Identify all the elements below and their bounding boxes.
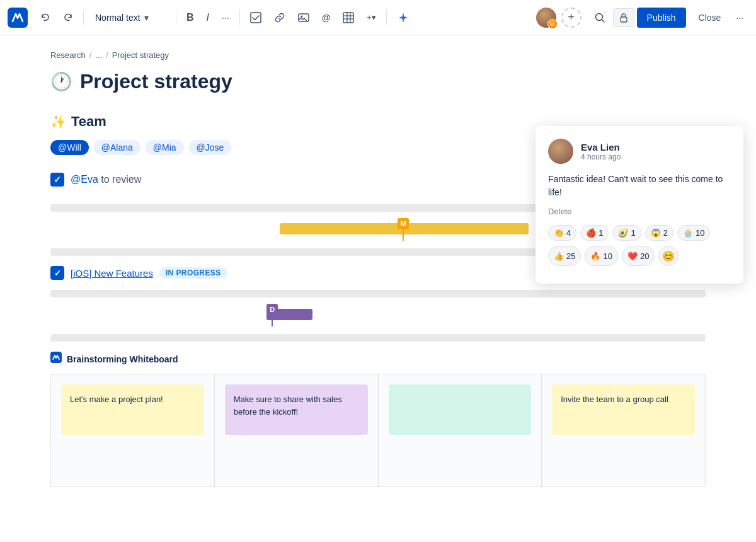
ai-button[interactable]	[392, 8, 415, 28]
page-title-area: 🕐 Project strategy	[50, 70, 706, 93]
reaction-shock[interactable]: 😱 2	[645, 225, 673, 241]
sticky-note-1[interactable]: Let's make a project plan!	[61, 384, 204, 435]
task-checkbox[interactable]	[50, 173, 64, 187]
sticky-note-3[interactable]	[389, 384, 532, 435]
mention-will[interactable]: @Will	[50, 140, 89, 155]
gantt-marker-m: M	[398, 218, 409, 241]
comment-user-info: Eva Lien 4 hours ago	[581, 142, 621, 161]
sticky-note-4[interactable]: Invite the team to a group call	[552, 384, 695, 435]
mention-alana[interactable]: @Alana	[94, 140, 140, 155]
page-title-icon: 🕐	[50, 71, 72, 92]
more-text-options-button[interactable]: ···	[217, 9, 234, 26]
toolbar-divider-1	[83, 10, 84, 25]
apple-count: 1	[598, 228, 603, 238]
apple-emoji: 🍎	[586, 228, 596, 238]
emoji-picker-icon: 😊	[662, 250, 675, 262]
app-logo[interactable]	[8, 8, 28, 28]
italic-button[interactable]: I	[202, 8, 214, 27]
breadcrumb-ellipsis[interactable]: ...	[95, 50, 102, 60]
heart-count: 20	[640, 251, 649, 261]
add-collaborator-button[interactable]: +	[561, 8, 581, 28]
breadcrumb-sep-1: /	[89, 50, 92, 60]
image-button[interactable]	[293, 8, 314, 27]
thumbsup-count: 25	[566, 251, 575, 261]
reaction-fire[interactable]: 🔥 10	[585, 246, 617, 266]
add-reaction-button[interactable]: 😊	[658, 246, 679, 266]
gantt-row-5	[50, 334, 706, 342]
more-options-button[interactable]: ···	[731, 9, 748, 26]
commenter-avatar	[548, 139, 573, 164]
mention-mia[interactable]: @Mia	[146, 140, 184, 155]
marker-m-label: M	[398, 218, 409, 229]
breadcrumb: Research / ... / Project strategy	[50, 35, 706, 70]
reaction-heart[interactable]: ❤️ 20	[622, 246, 655, 266]
close-button[interactable]: Close	[691, 8, 729, 28]
reaction-cupcake[interactable]: 🧁 10	[677, 225, 710, 241]
comment-popup: Eva Lien 4 hours ago Fantastic idea! Can…	[536, 126, 743, 284]
feature-status-badge: IN PROGRESS	[159, 267, 227, 279]
toolbar-divider-3	[239, 10, 240, 25]
page-title[interactable]: Project strategy	[80, 70, 232, 93]
whiteboard-logo-icon	[50, 352, 62, 366]
gantt-marker-d: D	[266, 304, 278, 326]
reaction-avocado[interactable]: 🥑 1	[612, 225, 641, 241]
link-button[interactable]	[269, 8, 290, 27]
sparkle-icon: ✨	[50, 114, 66, 129]
gantt-bar-row-2: D	[50, 304, 706, 329]
current-user-avatar: G	[536, 8, 556, 28]
task-mention[interactable]: @Eva	[71, 174, 98, 185]
commenter-avatar-image	[548, 139, 573, 164]
clap-count: 4	[566, 228, 571, 238]
comment-body: Fantastic idea! Can't wait to see this c…	[548, 173, 731, 199]
insert-button[interactable]: +▾	[362, 9, 381, 26]
reactions-row-2: 👍 25 🔥 10 ❤️ 20 😊	[548, 246, 731, 266]
task-button[interactable]	[245, 8, 266, 27]
breadcrumb-research[interactable]: Research	[50, 50, 86, 60]
marker-m-line	[403, 229, 404, 241]
gantt-row-4	[50, 290, 706, 297]
table-button[interactable]	[338, 8, 359, 27]
avocado-emoji: 🥑	[618, 228, 628, 238]
restrictions-button[interactable]	[613, 8, 634, 27]
undo-button[interactable]	[35, 9, 55, 26]
whiteboard-header: Brainstorming Whiteboard	[50, 352, 706, 366]
close-label: Close	[699, 13, 721, 23]
mention-button[interactable]: @	[317, 9, 336, 26]
svg-line-10	[602, 20, 604, 22]
text-style-selector[interactable]: Normal text ▾	[89, 9, 171, 26]
sticky-note-2[interactable]: Make sure to share with sales before the…	[225, 384, 368, 435]
toolbar: Normal text ▾ B I ··· @ +▾	[0, 0, 756, 35]
sticky-col-4: Invite the team to a group call	[542, 374, 705, 487]
publish-button[interactable]: Publish	[637, 8, 686, 28]
redo-button[interactable]	[58, 9, 78, 26]
toolbar-divider-4	[386, 10, 387, 25]
comment-delete-button[interactable]: Delete	[548, 207, 731, 216]
reaction-clap[interactable]: 👏 4	[548, 225, 576, 241]
publish-label: Publish	[647, 13, 676, 23]
team-heading-label: Team	[71, 113, 106, 130]
svg-rect-4	[343, 13, 353, 23]
toolbar-divider-2	[176, 10, 176, 25]
main-content: Research / ... / Project strategy 🕐 Proj…	[0, 35, 756, 542]
breadcrumb-sep-2: /	[106, 50, 108, 60]
gantt-section-2: D	[50, 290, 706, 342]
fire-count: 10	[603, 251, 612, 261]
comment-user-name: Eva Lien	[581, 142, 621, 153]
shock-emoji: 😱	[651, 228, 661, 238]
cupcake-emoji: 🧁	[683, 228, 693, 238]
comment-header: Eva Lien 4 hours ago	[548, 139, 731, 164]
breadcrumb-current: Project strategy	[112, 50, 169, 60]
feature-checkbox[interactable]	[50, 266, 64, 280]
fire-emoji: 🔥	[590, 251, 600, 261]
search-button[interactable]	[589, 8, 610, 27]
avocado-count: 1	[631, 228, 635, 238]
mention-jose[interactable]: @Jose	[189, 140, 232, 155]
collaborators-area: G +	[536, 8, 581, 28]
reaction-apple[interactable]: 🍎 1	[580, 225, 609, 241]
bold-button[interactable]: B	[181, 8, 199, 27]
reactions-row-1: 👏 4 🍎 1 🥑 1 😱 2 🧁 10	[548, 225, 731, 241]
whiteboard-section: Brainstorming Whiteboard Let's make a pr…	[50, 352, 706, 487]
content-area: Research / ... / Project strategy 🕐 Proj…	[0, 35, 756, 542]
reaction-thumbsup[interactable]: 👍 25	[548, 246, 581, 266]
feature-name[interactable]: [iOS] New Features	[71, 268, 153, 279]
